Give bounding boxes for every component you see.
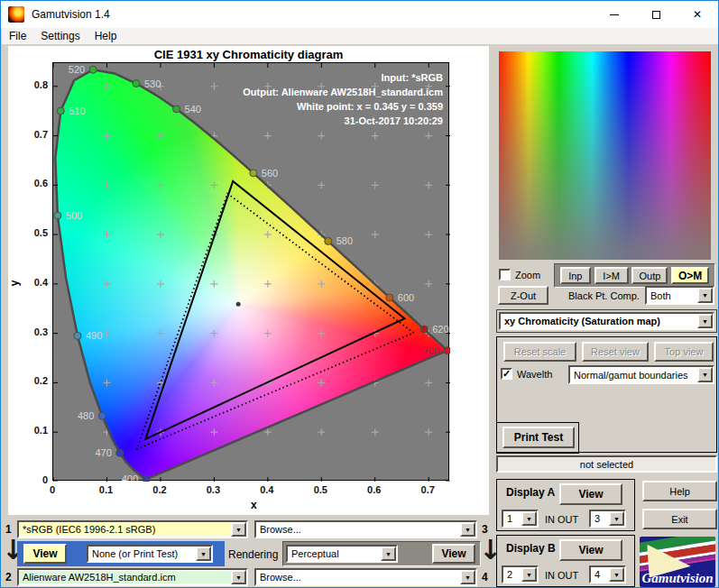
annotation-timestamp: 31-Oct-2017 10:20:29 — [243, 114, 443, 128]
o-to-m-button[interactable]: O>M — [671, 267, 709, 284]
grid-plus-mark — [103, 181, 110, 188]
z-out-button[interactable]: Z-Out — [498, 286, 548, 305]
display-a-out-select[interactable]: 3 ▼ — [589, 510, 626, 528]
display-a-view-button[interactable]: View — [559, 483, 622, 505]
dropdown-arrow-icon[interactable]: ▼ — [460, 570, 475, 584]
wavelth-checkbox[interactable]: ✓ Wavelth — [501, 368, 552, 380]
dropdown-arrow-icon[interactable]: ▼ — [697, 288, 713, 303]
wavelength-label-530: 530 — [144, 78, 161, 89]
input-profile-select[interactable]: *sRGB (IEC6 1996-2.1 sRGB) ▼ — [17, 520, 248, 538]
print-test-button[interactable]: Print Test — [502, 427, 575, 448]
annotation-input: Input: *sRGB — [243, 70, 443, 85]
grid-plus-mark — [103, 83, 110, 90]
wavelth-checkbox-box[interactable]: ✓ — [501, 368, 512, 380]
outp-button[interactable]: Outp — [631, 267, 668, 284]
view-mode-box: xy Chromaticity (Saturation map) ▼ — [496, 309, 717, 333]
grid-plus-mark — [210, 83, 217, 90]
view-rendering-button[interactable]: View — [432, 544, 475, 564]
grid-plus-mark — [210, 379, 217, 386]
chart-title: CIE 1931 xy Chromaticity diagram — [8, 48, 489, 61]
wavelength-label-470: 470 — [95, 447, 111, 458]
dropdown-arrow-icon[interactable]: ▼ — [231, 522, 246, 537]
menu-file[interactable]: File — [2, 29, 33, 43]
display-b-out-select[interactable]: 4 ▼ — [589, 565, 626, 583]
reset-scale-button[interactable]: Reset scale — [503, 342, 576, 362]
black-pt-comp-select[interactable]: Both ▼ — [645, 286, 714, 305]
gamutvision-logo: Gamutvision — [640, 537, 715, 587]
dropdown-arrow-icon[interactable]: ▼ — [381, 547, 396, 561]
browse-output-select[interactable]: Browse... ▼ — [254, 568, 477, 586]
dropdown-arrow-icon[interactable]: ▼ — [521, 511, 537, 526]
minimize-button[interactable] — [594, 1, 635, 28]
black-pt-comp-label: Black Pt. Comp. — [568, 290, 640, 301]
browse-input-select[interactable]: Browse... ▼ — [254, 520, 477, 538]
grid-plus-mark — [103, 330, 110, 337]
wavelength-dot-510 — [57, 107, 64, 115]
grid-plus-mark — [210, 181, 217, 188]
reset-view-button[interactable]: Reset view — [582, 342, 649, 362]
i-to-m-button[interactable]: I>M — [595, 267, 629, 284]
wavelength-dot-620 — [420, 326, 428, 333]
zoom-checkbox-box[interactable] — [499, 269, 511, 280]
display-a-title: Display A — [506, 486, 555, 499]
view-options-group: Reset scale Reset view Top view ✓ Wavelt… — [496, 336, 717, 453]
menu-settings[interactable]: Settings — [33, 29, 87, 43]
dropdown-arrow-icon[interactable]: ▼ — [231, 570, 246, 584]
gamut-input-sRGB — [145, 181, 404, 439]
browse-output-value: Browse... — [256, 571, 460, 583]
minimize-icon — [610, 14, 619, 15]
dropdown-arrow-icon[interactable]: ▼ — [609, 511, 624, 526]
display-a-box: Display A View 1 ▼ IN OUT 3 ▼ — [496, 479, 635, 531]
view-mode-select[interactable]: xy Chromaticity (Saturation map) ▼ — [499, 312, 714, 330]
dropdown-arrow-icon[interactable]: ▼ — [697, 314, 713, 328]
grid-plus-mark — [210, 280, 217, 288]
grid-plus-mark — [425, 231, 432, 238]
grid-plus-mark — [425, 280, 432, 288]
rendering-label: Rendering — [228, 548, 278, 561]
display-b-in-select[interactable]: 2 ▼ — [502, 565, 539, 583]
rendering-intent-select[interactable]: Perceptual ▼ — [286, 545, 398, 563]
x-tick-label: 0.1 — [99, 484, 113, 495]
grid-plus-mark — [210, 330, 217, 337]
output-profile-select[interactable]: Alienware AW2518H_standard.icm ▼ — [17, 568, 248, 586]
exit-button[interactable]: Exit — [642, 509, 717, 529]
grid-plus-mark — [157, 181, 164, 188]
zoom-checkbox[interactable]: Zoom — [499, 269, 540, 280]
print-test-box: Print Test — [496, 422, 579, 454]
display-b-view-button[interactable]: View — [559, 539, 622, 561]
gamut-output-monitor — [137, 194, 414, 449]
annotation-white-point: White point: x = 0.345 y = 0.359 — [243, 99, 443, 114]
wavelength-dot-490 — [74, 332, 81, 339]
wavelength-dot-480 — [98, 412, 106, 419]
hue-saturation-gradient[interactable] — [499, 51, 711, 260]
boundaries-select[interactable]: Normal/gamut boundaries ▼ — [568, 365, 714, 384]
top-view-button[interactable]: Top view — [654, 342, 714, 362]
display-a-in-select[interactable]: 1 ▼ — [502, 510, 539, 528]
selection-status: not selected — [496, 455, 717, 473]
wavelength-label-580: 580 — [336, 235, 353, 246]
y-axis-label: y — [8, 280, 21, 287]
grid-plus-mark — [425, 379, 432, 386]
wavelength-dot-470 — [116, 449, 124, 456]
dropdown-arrow-icon[interactable]: ▼ — [697, 367, 713, 382]
maximize-button[interactable] — [635, 1, 677, 28]
view-map-button[interactable]: View — [23, 544, 67, 564]
print-test-select[interactable]: None (or Print Test) ▼ — [87, 545, 213, 563]
dropdown-arrow-icon[interactable]: ▼ — [196, 547, 211, 561]
dropdown-arrow-icon[interactable]: ▼ — [521, 567, 537, 582]
x-tick-label: 0.6 — [367, 484, 381, 495]
x-axis-label: x — [251, 499, 257, 511]
x-tick-label: 0.7 — [421, 484, 435, 495]
dropdown-arrow-icon[interactable]: ▼ — [460, 522, 475, 537]
help-button[interactable]: Help — [642, 481, 717, 501]
dropdown-arrow-icon[interactable]: ▼ — [609, 567, 624, 582]
wavelength-label-490: 490 — [86, 330, 102, 341]
wavelength-dot-500 — [54, 212, 61, 219]
view-mode-value: xy Chromaticity (Saturation map) — [501, 315, 697, 327]
grid-plus-mark — [157, 330, 164, 337]
grid-plus-mark — [103, 280, 110, 288]
menu-help[interactable]: Help — [88, 29, 124, 43]
inp-button[interactable]: Inp — [560, 267, 591, 284]
close-button[interactable]: ✕ — [677, 1, 718, 28]
chromaticity-plot[interactable]: 5205305405605806006207005105004904804704… — [52, 62, 449, 481]
